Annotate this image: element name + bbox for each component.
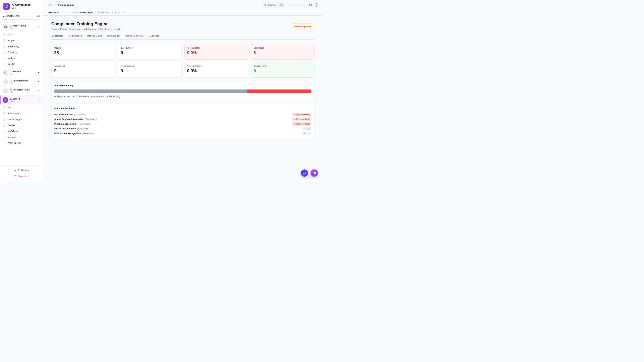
sidebar-item-screening[interactable]: Screening bbox=[0, 49, 43, 55]
stat-label: In Bearbeitung bbox=[120, 65, 178, 67]
stat-value: 28 bbox=[54, 50, 112, 55]
section-items-betrieb: DSR Eskalationen Consent Mgmt E-Mails No… bbox=[0, 104, 43, 147]
deadline-assignee: (Test Admin) bbox=[85, 118, 97, 120]
section-items-vorbereitung: Profil Scope Anwendung Screening Module … bbox=[0, 31, 43, 68]
sidebar-section-rechtliche-texte[interactable]: 4. Rechtliche Texte 0% bbox=[0, 86, 43, 95]
stat-value: 9 bbox=[120, 50, 178, 55]
sidebar: AI Compliance SDK Gesamtfortschritt 0% 1… bbox=[0, 0, 43, 181]
chat-fab-button[interactable] bbox=[301, 169, 308, 177]
overall-progress-bar bbox=[3, 19, 40, 20]
collapse-label: Einklappen bbox=[18, 169, 29, 171]
chevron-right-icon bbox=[54, 4, 56, 6]
sidebar-item-label: Screening bbox=[8, 51, 18, 53]
deadline-badge: 18 Tage ueberfaellig bbox=[292, 113, 312, 116]
tab-modulkatalog[interactable]: Modulkatalog bbox=[68, 34, 82, 39]
help-icon[interactable]: ? bbox=[315, 3, 318, 7]
stat-card-ausstehend: Ausstehend 9 bbox=[51, 62, 115, 78]
stat-value: 3 bbox=[254, 50, 312, 55]
deadline-badge: 57 Tage bbox=[302, 127, 312, 130]
sidebar-item-emails[interactable]: E-Mails bbox=[0, 122, 43, 128]
deadline-module-name: NIS2 Risikomanagement bbox=[54, 132, 81, 135]
version-badge: V001 bbox=[62, 12, 66, 14]
sync-ok-dot-icon bbox=[115, 12, 116, 13]
sidebar-item-whistleblower[interactable]: Whistleblower bbox=[0, 140, 43, 146]
sidebar-nav: 1. Vorbereitung 0% Profil Scope Anwendun… bbox=[0, 22, 43, 165]
sync-status: Sync OK bbox=[115, 11, 125, 14]
segment-ueberfaellig bbox=[247, 89, 312, 93]
deadline-assignee: (Test Admin) bbox=[82, 132, 94, 135]
sidebar-item-label: Eskalationen bbox=[8, 112, 20, 115]
board-columns-fab-button[interactable] bbox=[310, 169, 318, 177]
breadcrumb-root[interactable]: SDK bbox=[48, 4, 52, 6]
check-escalation-button[interactable]: Eskalation pruefen bbox=[291, 23, 314, 29]
brand-text: AI Compliance SDK bbox=[12, 3, 30, 9]
sidebar-item-module[interactable]: Module bbox=[0, 55, 43, 61]
tab-audit-trail[interactable]: Audit Trail bbox=[149, 34, 160, 39]
target-icon bbox=[3, 24, 8, 30]
deadline-badge: 57 Tage bbox=[302, 132, 312, 135]
legend-ausstehend: Ausstehend bbox=[91, 95, 104, 97]
export-label: Exportieren bbox=[18, 175, 29, 177]
sidebar-item-anwendung[interactable]: Anwendung bbox=[0, 43, 43, 49]
sync-label: Sync OK bbox=[118, 11, 125, 14]
radio-circle-icon bbox=[3, 39, 6, 42]
upload-icon bbox=[14, 175, 16, 177]
radio-circle-icon bbox=[3, 45, 6, 48]
columns-board-icon bbox=[312, 171, 316, 175]
sidebar-item-consent-mgmt[interactable]: Consent Mgmt bbox=[0, 116, 43, 122]
sidebar-item-label: Consent Mgmt bbox=[8, 118, 22, 121]
page-title: Compliance Training Engine bbox=[51, 21, 122, 26]
overall-progress: Gesamtfortschritt 0% bbox=[0, 12, 43, 22]
tab-zuweisungen[interactable]: Zuweisungen bbox=[106, 34, 120, 39]
deadline-assignee: (Test Admin) bbox=[78, 123, 90, 125]
page-header: Compliance Training Engine Training-Modu… bbox=[51, 21, 314, 30]
page-subtitle: Training-Module, Zuweisungen und Complia… bbox=[51, 28, 122, 30]
sidebar-item-scope[interactable]: Scope bbox=[0, 37, 43, 43]
sidebar-section-vorbereitung[interactable]: 1. Vorbereitung 0% bbox=[0, 22, 43, 31]
sidebar-section-dokumentation[interactable]: 3. Dokumentation 0% bbox=[0, 77, 43, 86]
legend-ueberfaellig: Ueberfaellig bbox=[107, 95, 120, 97]
sidebar-item-quellen[interactable]: Quellen bbox=[0, 61, 43, 67]
deadline-row: NIS2 Risikomanagement (Test Admin) 57 Ta… bbox=[54, 131, 312, 136]
sidebar-item-incidents[interactable]: Incidents bbox=[0, 134, 43, 140]
stat-card-module: Module 28 bbox=[51, 44, 115, 59]
tab-training-matrix[interactable]: Training Matrix bbox=[86, 34, 102, 39]
divider bbox=[96, 11, 96, 14]
section-percent: 0% bbox=[10, 82, 36, 84]
section-label: 3. Dokumentation bbox=[10, 79, 36, 82]
breadcrumb: SDK Training Engine bbox=[48, 4, 74, 6]
tab-content-generator[interactable]: Content-Generator bbox=[125, 34, 144, 39]
sidebar-item-dsr[interactable]: DSR bbox=[0, 105, 43, 111]
deadline-row: DSGVO Grundlagen (Test Admin) 57 Tage bbox=[54, 126, 312, 131]
tab-uebersicht[interactable]: Uebersicht bbox=[51, 34, 64, 39]
header-progress-percent: 0% bbox=[309, 4, 312, 6]
page-header-text: Compliance Training Engine Training-Modu… bbox=[51, 21, 122, 30]
tab-bar: Uebersicht Modulkatalog Training Matrix … bbox=[51, 34, 314, 39]
deadline-badge: 18 Tage ueberfaellig bbox=[292, 122, 312, 125]
divider bbox=[69, 11, 69, 14]
section-percent: 0% bbox=[10, 91, 36, 93]
legend-label: Ueberfaellig bbox=[109, 95, 120, 97]
stat-value: 9 bbox=[54, 68, 112, 73]
stat-value: 0 bbox=[120, 68, 178, 73]
collapse-sidebar-button[interactable]: Einklappen bbox=[12, 168, 30, 173]
sidebar-section-betrieb[interactable]: 5. Betrieb 0% bbox=[0, 95, 43, 104]
sidebar-item-label: Scope bbox=[8, 39, 14, 42]
sidebar-item-eskalationen[interactable]: Eskalationen bbox=[0, 111, 43, 116]
radio-circle-icon bbox=[3, 136, 6, 138]
export-button[interactable]: Exportieren bbox=[12, 173, 30, 179]
deadline-row: Phishing-Erkennung (Test Admin) 18 Tage … bbox=[54, 121, 312, 126]
breadcrumb-current: Training Engine bbox=[58, 4, 74, 6]
clipboard-icon bbox=[3, 79, 8, 85]
sidebar-section-analyse[interactable]: 2. Analyse 0% bbox=[0, 68, 43, 77]
section-label: 1. Vorbereitung bbox=[10, 24, 36, 27]
sidebar-item-profil[interactable]: Profil bbox=[0, 32, 43, 37]
stat-label: Zuweisungen bbox=[120, 47, 178, 49]
shield-check-icon bbox=[3, 3, 10, 10]
search-input[interactable]: Suchen... ⌘K bbox=[262, 2, 285, 8]
section-label: 5. Betrieb bbox=[10, 97, 36, 100]
sidebar-item-notfallplan[interactable]: Notfallplan bbox=[0, 128, 43, 134]
radio-circle-icon bbox=[3, 112, 6, 115]
radio-circle-icon bbox=[3, 130, 6, 133]
sidebar-item-label: Notfallplan bbox=[8, 130, 18, 132]
